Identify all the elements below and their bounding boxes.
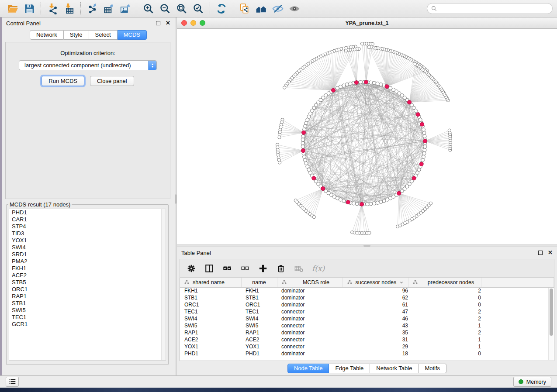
cell-mcds-role[interactable]: dominator	[277, 350, 343, 357]
cell-successor-nodes[interactable]: 47	[343, 308, 408, 315]
cell-name[interactable]: ACE2	[241, 336, 277, 343]
cell-mcds-role[interactable]: dominator	[277, 301, 343, 308]
table-scrollbar-thumb[interactable]	[550, 289, 553, 336]
cell-shared-name[interactable]: ACE2	[180, 336, 241, 343]
vertical-splitter-grip[interactable]	[175, 194, 176, 204]
cell-successor-nodes[interactable]: 61	[343, 301, 408, 308]
tab-select[interactable]: Select	[89, 30, 118, 40]
search-input[interactable]	[439, 5, 548, 12]
cell-predecessor-nodes[interactable]: 1	[408, 322, 481, 329]
save-session-button[interactable]	[21, 2, 38, 16]
cell-shared-name[interactable]: SWI4	[180, 315, 241, 322]
zoom-in-button[interactable]	[140, 2, 157, 16]
function-builder-button[interactable]: f(x)	[312, 264, 325, 273]
table-row[interactable]: SWI4SWI4dominator462	[180, 315, 554, 322]
duplicate-network-button[interactable]	[236, 2, 253, 16]
cell-successor-nodes[interactable]: 62	[343, 294, 408, 301]
minimize-window-icon[interactable]	[190, 20, 196, 26]
cell-name[interactable]: YOX1	[241, 343, 277, 350]
cell-shared-name[interactable]: ORC1	[180, 301, 241, 308]
float-table-panel-icon[interactable]	[538, 251, 543, 255]
table-row[interactable]: ORC1ORC1dominator610	[180, 301, 554, 308]
horizontal-splitter-grip[interactable]	[363, 245, 370, 247]
table-row[interactable]: ACE2ACE2connector311	[180, 336, 554, 343]
cell-name[interactable]: SWI5	[241, 322, 277, 329]
cell-predecessor-nodes[interactable]: 1	[408, 336, 481, 343]
cell-name[interactable]: STB1	[241, 294, 277, 301]
cell-mcds-role[interactable]: connector	[277, 308, 343, 315]
close-window-icon[interactable]	[181, 20, 187, 26]
open-file-button[interactable]	[4, 2, 21, 16]
cell-shared-name[interactable]: PHD1	[180, 350, 241, 357]
cell-name[interactable]: FKH1	[241, 287, 277, 294]
settings-button[interactable]	[187, 264, 196, 273]
cell-predecessor-nodes[interactable]: 1	[408, 343, 481, 350]
column-header-successor-nodes[interactable]: successor nodes	[343, 278, 408, 287]
cell-mcds-role[interactable]: connector	[277, 322, 343, 329]
mcds-result-item[interactable]: PHD1	[9, 209, 166, 216]
cell-shared-name[interactable]: TEC1	[180, 308, 241, 315]
memory-button[interactable]: Memory	[513, 377, 551, 387]
export-network-button[interactable]	[84, 2, 100, 16]
cell-shared-name[interactable]: SWI5	[180, 322, 241, 329]
mcds-result-item[interactable]: TID3	[9, 230, 166, 237]
table-row[interactable]: TEC1TEC1connector472	[180, 308, 554, 315]
cell-mcds-role[interactable]: dominator	[277, 287, 343, 294]
mcds-result-item[interactable]: ACE2	[9, 272, 166, 279]
mcds-result-item[interactable]: SWI4	[9, 244, 166, 251]
mcds-result-item[interactable]: STB1	[9, 300, 166, 307]
task-history-button[interactable]	[6, 377, 19, 387]
import-network-button[interactable]	[44, 2, 61, 16]
table-row[interactable]: PHD1PHD1dominator180	[180, 350, 554, 357]
cell-successor-nodes[interactable]: 43	[343, 322, 408, 329]
table-row[interactable]: SWI5SWI5connector431	[180, 322, 554, 329]
zoom-selected-button[interactable]	[190, 2, 207, 16]
export-image-button[interactable]	[117, 2, 134, 16]
mcds-result-item[interactable]: PMA2	[9, 258, 166, 265]
mcds-result-item[interactable]: RAP1	[9, 293, 166, 300]
mcds-result-list[interactable]: PHD1CAR1STP4TID3YOX1SWI4SRD1PMA2FKH1ACE2…	[9, 209, 166, 361]
import-table-button[interactable]	[61, 2, 77, 16]
hide-selected-button[interactable]	[270, 2, 286, 16]
cell-predecessor-nodes[interactable]: 2	[408, 329, 481, 336]
column-header-shared-name[interactable]: shared name	[180, 278, 241, 287]
delete-table-button[interactable]	[294, 264, 304, 273]
cell-shared-name[interactable]: FKH1	[180, 287, 241, 294]
cell-name[interactable]: TEC1	[241, 308, 277, 315]
mcds-list-scrollbar[interactable]	[161, 209, 166, 360]
mcds-result-item[interactable]: ORC1	[9, 286, 166, 293]
run-mcds-button[interactable]: Run MCDS	[42, 76, 84, 86]
cell-mcds-role[interactable]: dominator	[277, 294, 343, 301]
mcds-result-item[interactable]: CAR1	[9, 216, 166, 223]
tab-mcds[interactable]: MCDS	[118, 30, 147, 40]
cell-successor-nodes[interactable]: 35	[343, 329, 408, 336]
mcds-result-item[interactable]: GCR1	[9, 321, 166, 328]
table-row[interactable]: RAP1RAP1dominator352	[180, 329, 554, 336]
network-canvas[interactable]	[177, 29, 557, 244]
cell-shared-name[interactable]: YOX1	[180, 343, 241, 350]
tab-network[interactable]: Network	[30, 30, 64, 40]
add-row-button[interactable]	[258, 264, 268, 273]
network-graph[interactable]	[177, 29, 557, 244]
cell-mcds-role[interactable]: dominator	[277, 315, 343, 322]
cell-predecessor-nodes[interactable]: 2	[408, 287, 481, 294]
select-all-button[interactable]	[222, 264, 232, 273]
zoom-out-button[interactable]	[157, 2, 173, 16]
close-panel-button[interactable]: Close panel	[90, 76, 134, 86]
cell-shared-name[interactable]: RAP1	[180, 329, 241, 336]
mcds-result-item[interactable]: TEC1	[9, 314, 166, 321]
columns-button[interactable]	[204, 264, 214, 273]
mcds-result-item[interactable]: FKH1	[9, 265, 166, 272]
maximize-window-icon[interactable]	[200, 20, 205, 26]
cell-shared-name[interactable]: STB1	[180, 294, 241, 301]
table-row[interactable]: FKH1FKH1dominator962	[180, 287, 554, 294]
mcds-result-item[interactable]: SWI5	[9, 307, 166, 314]
tab-edge-table[interactable]: Edge Table	[329, 364, 370, 373]
cell-name[interactable]: RAP1	[241, 329, 277, 336]
zoom-fit-button[interactable]	[173, 2, 190, 16]
cell-predecessor-nodes[interactable]: 2	[408, 315, 481, 322]
cell-predecessor-nodes[interactable]: 0	[408, 350, 481, 357]
cell-predecessor-nodes[interactable]: 0	[408, 294, 481, 301]
column-header-mcds-role[interactable]: MCDS role	[277, 278, 343, 287]
cell-predecessor-nodes[interactable]: 2	[408, 308, 481, 315]
